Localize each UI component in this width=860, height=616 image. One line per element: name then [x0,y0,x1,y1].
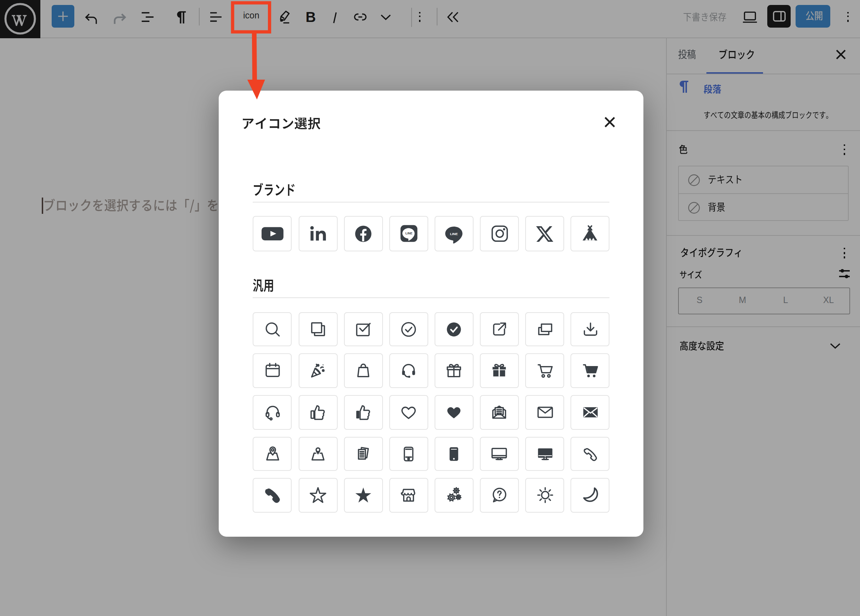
svg-text:LINE: LINE [450,231,458,236]
svg-text:LINE: LINE [405,232,412,236]
